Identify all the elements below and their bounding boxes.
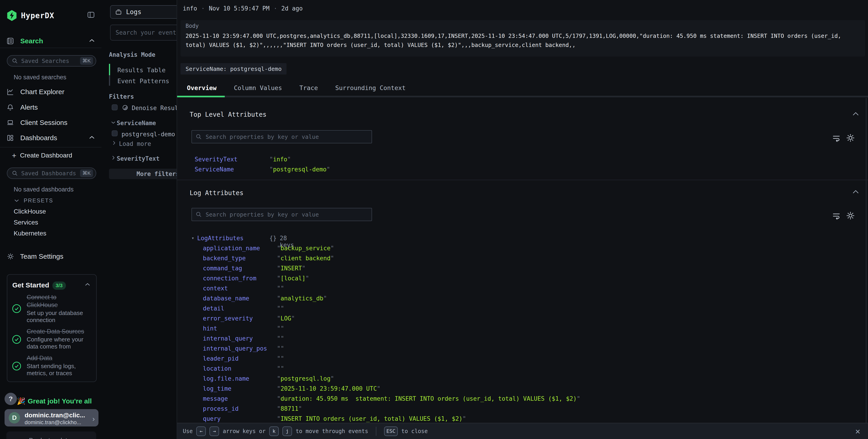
attribute-key[interactable]: log.file.name <box>203 375 249 382</box>
sidebar-item-dashboards[interactable]: Dashboards <box>7 133 57 143</box>
wrap-lines-button[interactable] <box>832 133 841 143</box>
log-attributes-search[interactable] <box>191 208 372 221</box>
attribute-value[interactable]: client backend <box>277 255 334 262</box>
tree-root-key[interactable]: LogAttributes <box>197 235 244 242</box>
wrap-lines-button[interactable] <box>832 211 841 220</box>
saved-dashboards-input[interactable]: Saved Dashboards ⌘K <box>7 167 96 179</box>
sidebar-item-chart-explorer[interactable]: Chart Explorer <box>7 87 64 96</box>
log-attributes-search-input[interactable] <box>206 211 368 218</box>
attribute-key[interactable]: log_time <box>203 385 231 392</box>
mode-results-table[interactable]: Results Table <box>117 67 165 74</box>
chevron-up-icon[interactable] <box>89 135 95 140</box>
attribute-key[interactable]: detail <box>203 305 224 312</box>
chevron-down-icon[interactable] <box>111 121 116 124</box>
attribute-key[interactable]: database_name <box>203 295 249 302</box>
get-started-step-2[interactable]: Create Data Sources Configure where your… <box>27 327 86 350</box>
tab-column-values[interactable]: Column Values <box>234 84 282 91</box>
attribute-key[interactable]: SeverityText <box>195 156 238 163</box>
service-name-tag[interactable]: ServiceName: postgresql-demo <box>181 63 286 74</box>
attribute-value[interactable]: INSERT <box>277 265 305 272</box>
attribute-value[interactable]: 88711 <box>277 405 302 412</box>
attribute-key[interactable]: message <box>203 395 228 402</box>
top-level-search[interactable] <box>191 130 372 144</box>
attribute-value[interactable]: INSERT INTO orders (user_id, total) VALU… <box>277 415 466 422</box>
table-row: database_nameanalytics_db <box>177 293 868 303</box>
attribute-value[interactable]: postgresql.log <box>277 375 334 382</box>
tab-overview[interactable]: Overview <box>187 84 217 91</box>
preset-kubernetes[interactable]: Kubernetes <box>14 230 46 237</box>
section-settings-button[interactable] <box>846 133 855 143</box>
get-started-step-3[interactable]: Add Data Start sending logs, metrics, or… <box>27 354 86 377</box>
close-icon[interactable]: ✕ <box>855 427 860 435</box>
team-settings-button[interactable]: Team Settings <box>7 253 63 260</box>
get-started-step-1[interactable]: Connect to ClickHouse Set up your databa… <box>27 293 86 324</box>
sidebar-item-client-sessions[interactable]: Client Sessions <box>7 118 67 127</box>
attribute-value[interactable]: 2025-11-10 23:59:47.000 UTC <box>277 385 380 392</box>
scrollbar[interactable] <box>866 98 867 423</box>
user-name: dominic.tran@clic... <box>25 412 85 419</box>
attribute-key[interactable]: backend_type <box>203 255 246 262</box>
attribute-value[interactable]: backup_service <box>277 245 334 252</box>
preset-clickhouse[interactable]: ClickHouse <box>14 208 46 215</box>
denoise-checkbox[interactable] <box>112 104 118 110</box>
attribute-key[interactable]: application_name <box>203 245 260 252</box>
attribute-key[interactable]: ServiceName <box>195 166 234 173</box>
attribute-key[interactable]: location <box>203 365 231 372</box>
tab-trace[interactable]: Trace <box>299 84 318 91</box>
chevron-up-icon[interactable] <box>89 38 95 43</box>
service-value-postgresql-demo[interactable]: postgresql-demo <box>122 131 175 138</box>
tab-surrounding-context[interactable]: Surrounding Context <box>335 84 406 91</box>
event-body-text[interactable]: 2025-11-10 23:59:47.000 UTC,postgres,ana… <box>186 31 860 50</box>
filter-group-servicename[interactable]: ServiceName <box>117 120 156 126</box>
top-level-search-input[interactable] <box>206 133 368 140</box>
attribute-value[interactable] <box>277 305 284 312</box>
sidebar-item-search[interactable]: Search <box>7 36 43 45</box>
body-label: Body <box>186 23 199 29</box>
filter-group-severitytext[interactable]: SeverityText <box>117 155 160 162</box>
help-button[interactable]: ? <box>5 393 17 405</box>
section-settings-button[interactable] <box>846 211 855 220</box>
attribute-value[interactable] <box>277 285 284 292</box>
attribute-key[interactable]: internal_query <box>203 335 253 342</box>
saved-searches-input[interactable]: Saved Searches ⌘K <box>7 55 96 67</box>
attribute-key[interactable]: command_tag <box>203 265 242 272</box>
preset-services[interactable]: Services <box>14 219 38 226</box>
analysis-mode-label: Analysis Mode <box>109 51 155 58</box>
attribute-key[interactable]: process_id <box>203 405 239 412</box>
attribute-value[interactable] <box>277 325 284 332</box>
attribute-key[interactable]: leader_pid <box>203 355 239 362</box>
divider <box>0 147 101 148</box>
attribute-key[interactable]: hint <box>203 325 217 332</box>
attribute-value[interactable] <box>277 355 284 362</box>
attribute-key[interactable]: connection_from <box>203 275 256 282</box>
attribute-key[interactable]: error_severity <box>203 315 253 322</box>
attribute-value[interactable] <box>277 345 284 352</box>
attribute-value[interactable]: duration: 45.950 ms statement: INSERT IN… <box>277 395 580 402</box>
chevron-up-icon[interactable] <box>85 282 90 286</box>
user-menu[interactable]: D dominic.tran@clic... dominic.tran@clic… <box>5 409 98 427</box>
attribute-key[interactable]: context <box>203 285 228 292</box>
collapse-section-button[interactable] <box>852 189 859 194</box>
create-dashboard-button[interactable]: + Create Dashboard <box>12 152 72 159</box>
service-checkbox[interactable] <box>112 130 118 136</box>
attribute-key[interactable]: query <box>203 415 221 422</box>
product-updates-card[interactable]: Product updates <box>6 432 96 439</box>
attribute-value[interactable]: analytics_db <box>277 295 327 302</box>
load-more-button[interactable]: Load more <box>119 140 151 147</box>
attribute-key[interactable]: internal_query_pos <box>203 345 267 352</box>
event-details-panel: info · Nov 10 5:59:47 PM · 2d ago Body 2… <box>177 0 868 439</box>
presets-toggle[interactable]: PRESETS <box>14 197 53 204</box>
logo[interactable]: HyperDX <box>7 10 54 21</box>
attribute-value[interactable]: LOG <box>277 315 295 322</box>
table-row: context <box>177 283 868 293</box>
mode-event-patterns[interactable]: Event Patterns <box>117 77 169 85</box>
key-arrow-right: → <box>210 427 219 436</box>
attribute-value[interactable] <box>277 365 284 372</box>
sidebar-item-alerts[interactable]: Alerts <box>7 103 38 112</box>
collapse-section-button[interactable] <box>852 111 859 116</box>
attribute-value[interactable]: info <box>270 156 291 163</box>
attribute-value[interactable] <box>277 335 284 342</box>
attribute-value[interactable]: postgresql-demo <box>270 166 330 173</box>
attribute-value[interactable]: [local] <box>277 275 309 282</box>
sidebar-collapse-button[interactable] <box>87 11 95 19</box>
